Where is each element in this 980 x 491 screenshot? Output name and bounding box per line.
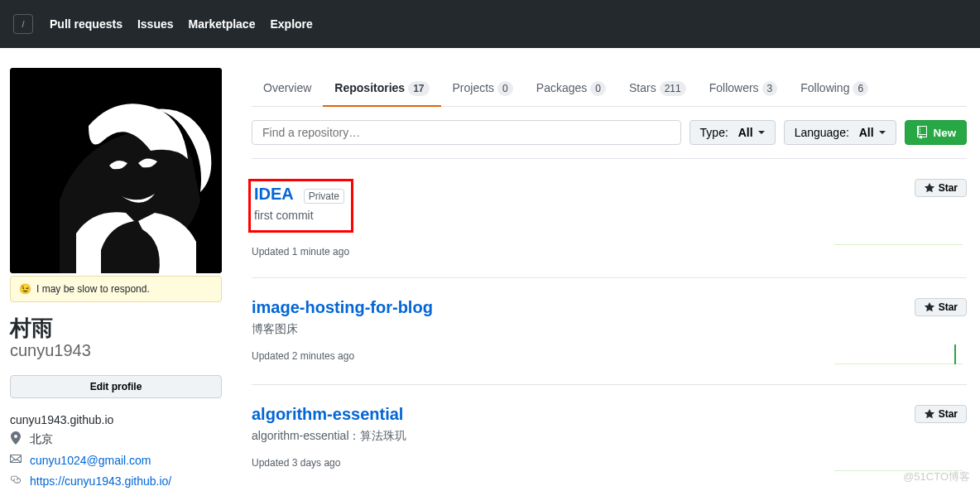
star-icon: [924, 301, 935, 313]
star-button[interactable]: Star: [915, 298, 967, 316]
repo-updated: Updated 2 minutes ago: [252, 350, 834, 362]
nav-explore[interactable]: Explore: [270, 17, 312, 31]
language-filter-button[interactable]: Language: All: [784, 120, 896, 145]
lang-label: Language:: [795, 126, 849, 139]
tab-label: Stars: [629, 81, 656, 94]
activity-sparkline: [834, 339, 963, 364]
star-label: Star: [939, 182, 958, 194]
repo-updated: Updated 1 minute ago: [252, 246, 834, 258]
new-repo-button[interactable]: New: [905, 120, 967, 145]
new-label: New: [934, 127, 956, 139]
tab-counter: 3: [762, 81, 778, 96]
repo-description: 博客图床: [252, 322, 834, 337]
star-button[interactable]: Star: [915, 405, 967, 423]
location-text: 北京: [30, 432, 53, 447]
type-filter-button[interactable]: Type: All: [689, 120, 776, 145]
tab-followers[interactable]: Followers3: [698, 68, 790, 106]
meta-email: cunyu1024@gmail.com: [10, 452, 222, 468]
logo-icon[interactable]: /: [13, 14, 33, 34]
repo-icon: [915, 126, 929, 139]
tab-label: Followers: [709, 81, 759, 94]
meta-location: 北京: [10, 431, 222, 447]
star-button[interactable]: Star: [915, 179, 967, 197]
repo-item: algorithm-essential algorithm-essential：…: [252, 385, 967, 491]
activity-sparkline: [834, 446, 963, 471]
lang-value: All: [859, 126, 874, 139]
star-label: Star: [939, 408, 958, 420]
tab-counter: 0: [497, 81, 513, 96]
filter-row: Type: All Language: All New: [252, 120, 967, 159]
caret-down-icon: [758, 131, 765, 134]
star-icon: [924, 408, 935, 420]
email-link[interactable]: cunyu1024@gmail.com: [30, 454, 151, 467]
status-box[interactable]: 😉 I may be slow to respond.: [10, 276, 222, 302]
repo-item: IDEA Private first commit Updated 1 minu…: [252, 159, 967, 278]
repo-updated: Updated 3 days ago: [252, 457, 834, 469]
tab-label: Packages: [536, 81, 587, 94]
repo-item: image-hosting-for-blog 博客图床 Updated 2 mi…: [252, 278, 967, 385]
username: cunyu1943: [10, 341, 222, 360]
tab-label: Projects: [453, 81, 495, 94]
repo-description: first commit: [251, 209, 344, 222]
website-text: cunyu1943.github.io: [10, 413, 113, 426]
tab-following[interactable]: Following6: [789, 68, 880, 106]
link-icon: [10, 473, 23, 489]
top-nav-links: Pull requests Issues Marketplace Explore: [50, 17, 313, 31]
nav-pull-requests[interactable]: Pull requests: [50, 17, 122, 31]
mail-icon: [10, 452, 23, 468]
highlight-box: IDEA Private first commit: [248, 179, 353, 233]
repo-name-link[interactable]: IDEA: [254, 185, 294, 203]
status-text: I may be slow to respond.: [36, 283, 150, 295]
edit-profile-button[interactable]: Edit profile: [10, 375, 222, 398]
profile-sidebar: 😉 I may be slow to respond. 村雨 cunyu1943…: [10, 68, 222, 491]
meta-link: https://cunyu1943.github.io/: [10, 473, 222, 489]
tab-label: Repositories: [334, 81, 405, 94]
website-link[interactable]: https://cunyu1943.github.io/: [30, 474, 171, 488]
tab-label: Following: [800, 81, 849, 94]
tab-overview[interactable]: Overview: [252, 68, 323, 106]
star-label: Star: [939, 301, 958, 313]
avatar[interactable]: [10, 68, 222, 273]
tab-counter: 211: [660, 81, 686, 96]
tab-label: Overview: [263, 81, 311, 94]
meta-website: cunyu1943.github.io: [10, 413, 222, 426]
repo-description: algorithm-essential：算法珠玑: [252, 429, 834, 444]
search-input[interactable]: [252, 120, 681, 145]
tab-counter: 0: [590, 81, 606, 96]
location-icon: [10, 431, 23, 447]
activity-sparkline: [834, 220, 963, 245]
nav-marketplace[interactable]: Marketplace: [189, 17, 256, 31]
nav-issues[interactable]: Issues: [137, 17, 174, 31]
repo-name-link[interactable]: image-hosting-for-blog: [252, 298, 433, 316]
type-value: All: [738, 126, 753, 139]
tab-repositories[interactable]: Repositories17: [323, 68, 440, 106]
tab-counter: 6: [853, 81, 868, 96]
repo-visibility-badge: Private: [304, 189, 344, 204]
top-navbar: / Pull requests Issues Marketplace Explo…: [0, 0, 980, 48]
display-name: 村雨: [10, 314, 222, 343]
profile-tabs: Overview Repositories17 Projects0 Packag…: [252, 68, 967, 107]
tab-projects[interactable]: Projects0: [441, 68, 525, 106]
repo-name-link[interactable]: algorithm-essential: [252, 405, 403, 423]
status-emoji-icon: 😉: [19, 283, 31, 295]
type-label: Type:: [700, 126, 728, 139]
tab-counter: 17: [408, 81, 429, 96]
watermark: @51CTO博客: [903, 469, 970, 484]
tab-stars[interactable]: Stars211: [617, 68, 698, 106]
caret-down-icon: [879, 131, 886, 134]
tab-packages[interactable]: Packages0: [525, 68, 617, 106]
star-icon: [924, 182, 935, 194]
main-content: Overview Repositories17 Projects0 Packag…: [252, 68, 967, 491]
